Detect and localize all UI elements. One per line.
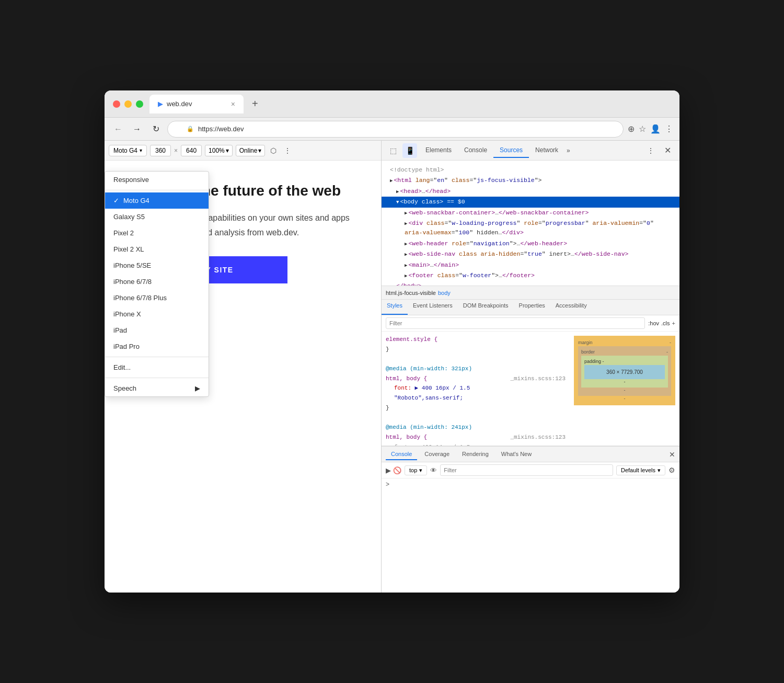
url-input[interactable]: 🔒 https://web.dev [167, 121, 624, 138]
dropdown-item-iphone-x[interactable]: iPhone X [105, 306, 209, 322]
collapse-triangle-progress[interactable]: ▶ [405, 220, 407, 227]
html-line-footer: ▶<footer class="w-footer">…</footer> [382, 270, 679, 281]
console-bottom-panel: Console Coverage Rendering What's New ✕ … [382, 446, 679, 530]
collapse-triangle-header[interactable]: ▶ [405, 241, 407, 248]
network-condition-selector[interactable]: Online ▾ [236, 145, 266, 156]
back-button[interactable]: ← [111, 122, 125, 136]
dropdown-item-iphone-678[interactable]: iPhone 6/7/8 [105, 274, 209, 290]
devtools-more-tabs-icon[interactable]: » [567, 147, 570, 154]
tab-console-bottom[interactable]: Console [386, 449, 417, 460]
dropdown-item-moto-g4[interactable]: ✓ Moto G4 [105, 192, 209, 209]
box-model: margin - border - padding - [570, 332, 679, 446]
avatar-icon[interactable]: 👤 [650, 124, 661, 134]
console-bottom-tabs: Console Coverage Rendering What's New ✕ [382, 447, 679, 462]
dropdown-item-iphone-678-plus[interactable]: iPhone 6/7/8 Plus [105, 290, 209, 306]
collapse-triangle-snackbar[interactable]: ▶ [405, 210, 407, 217]
tab-title: web.dev [167, 100, 192, 108]
tab-console[interactable]: Console [458, 143, 493, 158]
bookmark-icon[interactable]: ☆ [639, 124, 646, 134]
dropdown-separator [105, 190, 209, 190]
filter-add-icon[interactable]: + [672, 320, 675, 326]
box-margin-row: margin - [578, 340, 671, 345]
minimize-traffic-light[interactable] [124, 100, 132, 108]
tab-properties[interactable]: Properties [514, 300, 550, 315]
tab-rendering[interactable]: Rendering [457, 449, 494, 460]
dropdown-item-edit[interactable]: Edit... [105, 359, 209, 375]
tab-favicon-icon: ▶ [158, 100, 163, 108]
refresh-button[interactable]: ↻ [148, 122, 163, 136]
collapse-triangle-html[interactable]: ▶ [390, 177, 393, 185]
main-area: Moto G4 ▾ × 100% ▾ Online ▾ ⬡ ⋮ [105, 141, 679, 593]
device-dropdown-menu[interactable]: Responsive ✓ Moto G4 Galaxy S5 Pixel 2 P… [105, 171, 209, 397]
console-content[interactable]: > [382, 479, 679, 530]
console-close-button[interactable]: ✕ [669, 450, 675, 459]
dropdown-ipad-pro-label: iPad Pro [113, 343, 140, 350]
filter-cls[interactable]: .cls [661, 320, 670, 326]
dropdown-item-pixel-2-xl[interactable]: Pixel 2 XL [105, 241, 209, 257]
dropdown-item-speech[interactable]: Speech ▶ [105, 380, 209, 396]
collapse-triangle-sidenav[interactable]: ▶ [405, 251, 407, 258]
filter-hov[interactable]: :hov [648, 320, 659, 326]
tab-close-button[interactable]: × [231, 100, 235, 108]
tab-sources[interactable]: Sources [493, 143, 529, 158]
breadcrumb-html[interactable]: html.js-focus-visible [386, 290, 436, 296]
dimension-separator: × [174, 147, 178, 154]
console-eye-icon[interactable]: 👁 [430, 466, 437, 474]
browser-tab-active[interactable]: ▶ web.dev × [149, 95, 244, 113]
dropdown-item-galaxy-s5[interactable]: Galaxy S5 [105, 209, 209, 225]
collapse-triangle-body[interactable]: ▼ [396, 199, 399, 206]
network-condition-text: Online [239, 147, 258, 154]
console-settings-icon[interactable]: ⚙ [668, 466, 675, 474]
device-selector[interactable]: Moto G4 ▾ [109, 145, 147, 156]
dropdown-item-iphone-5se[interactable]: iPhone 5/SE [105, 257, 209, 274]
forward-button[interactable]: → [130, 122, 144, 136]
dropdown-responsive-label: Responsive [113, 176, 149, 184]
close-traffic-light[interactable] [113, 100, 120, 108]
html-line-html: ▶<html lang="en" class="js-focus-visible… [382, 175, 679, 186]
device-toolbar-more-icon[interactable]: ⋮ [282, 144, 293, 157]
breadcrumb-bar: html.js-focus-visible body [382, 286, 679, 300]
tab-accessibility[interactable]: Accessibility [550, 300, 592, 315]
tab-whats-new[interactable]: What's New [496, 449, 537, 460]
maximize-traffic-light[interactable] [136, 100, 143, 108]
console-filter-input[interactable] [440, 464, 613, 476]
tab-coverage[interactable]: Coverage [419, 449, 455, 460]
dropdown-item-ipad-pro[interactable]: iPad Pro [105, 338, 209, 355]
devtools-settings-icon[interactable]: ⋮ [643, 143, 658, 158]
dropdown-item-responsive[interactable]: Responsive [105, 172, 209, 188]
console-context-selector[interactable]: top ▾ [405, 465, 427, 475]
device-toggle-icon[interactable]: 📱 [402, 143, 417, 158]
tab-elements[interactable]: Elements [419, 143, 458, 158]
dropdown-item-ipad[interactable]: iPad [105, 322, 209, 338]
zoom-selector[interactable]: 100% ▾ [205, 145, 233, 156]
width-input[interactable] [150, 145, 171, 156]
html-line-body[interactable]: ▼<body class> == $0 [382, 197, 679, 207]
dropdown-item-pixel-2[interactable]: Pixel 2 [105, 225, 209, 241]
new-tab-button[interactable]: + [248, 96, 262, 112]
cast-icon[interactable]: ⊕ [628, 124, 635, 134]
inspect-element-icon[interactable]: ⬚ [386, 143, 400, 158]
address-bar: ← → ↻ 🔒 https://web.dev ⊕ ☆ 👤 ⋮ [105, 118, 679, 141]
box-padding-row: padding - [584, 359, 665, 364]
collapse-triangle-head[interactable]: ▶ [396, 188, 399, 196]
console-clear-icon[interactable]: ▶ [386, 466, 391, 474]
capture-screenshot-icon[interactable]: ⬡ [268, 144, 279, 157]
breadcrumb-body[interactable]: body [438, 290, 451, 296]
filter-tags: :hov .cls + [648, 320, 675, 326]
height-input[interactable] [181, 145, 202, 156]
console-filter-icon[interactable]: 🚫 [393, 466, 401, 474]
collapse-triangle-main[interactable]: ▶ [405, 262, 407, 269]
console-level-selector[interactable]: Default levels ▾ [616, 465, 665, 475]
css-element-style-close: } [386, 345, 566, 355]
html-panel[interactable]: <!doctype html> ▶<html lang="en" class="… [382, 161, 679, 286]
css-panel[interactable]: element.style { } @media (min-width: 321… [382, 332, 570, 446]
devtools-close-button[interactable]: ✕ [660, 143, 675, 157]
dropdown-separator-3 [105, 378, 209, 378]
tab-event-listeners[interactable]: Event Listeners [408, 300, 458, 315]
tab-styles[interactable]: Styles [382, 300, 408, 315]
styles-filter-input[interactable] [386, 317, 645, 329]
tab-network[interactable]: Network [529, 143, 564, 158]
tab-dom-breakpoints[interactable]: DOM Breakpoints [458, 300, 514, 315]
more-menu-icon[interactable]: ⋮ [665, 124, 673, 134]
collapse-triangle-footer[interactable]: ▶ [405, 272, 407, 280]
